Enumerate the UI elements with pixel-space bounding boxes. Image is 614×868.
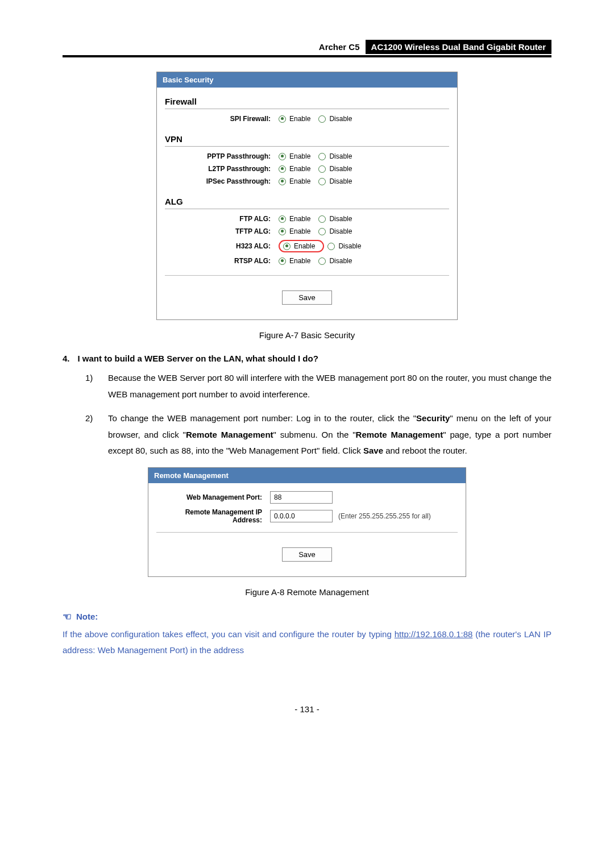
figure-caption-a7: Figure A-7 Basic Security bbox=[63, 330, 551, 340]
radio-ipsec-disable[interactable] bbox=[318, 178, 326, 185]
radio-rtsp-disable[interactable] bbox=[318, 258, 326, 265]
row-ftp-alg: FTP ALG: Enable Disable bbox=[165, 213, 449, 225]
row-ipsec: IPSec Passthrough: Enable Disable bbox=[165, 175, 449, 188]
pointing-hand-icon: ☞ bbox=[63, 610, 72, 623]
radio-label-enable: Enable bbox=[289, 115, 310, 123]
figure-caption-a8: Figure A-8 Remote Management bbox=[63, 587, 551, 597]
note-label: Note: bbox=[76, 612, 98, 621]
remote-ip-input[interactable] bbox=[270, 510, 333, 522]
remote-management-panel: Remote Management Web Management Port: R… bbox=[148, 467, 466, 577]
section-vpn: VPN bbox=[165, 134, 449, 147]
page-number: - 131 - bbox=[63, 704, 551, 714]
radio-l2tp-enable[interactable] bbox=[279, 165, 286, 173]
radio-label-disable: Disable bbox=[329, 115, 352, 123]
router-url-link[interactable]: http://192.168.0.1:88 bbox=[395, 629, 473, 639]
radio-rtsp-enable[interactable] bbox=[279, 258, 286, 265]
row-rtsp-alg: RTSP ALG: Enable Disable bbox=[165, 255, 449, 267]
section-alg: ALG bbox=[165, 197, 449, 209]
product-label: AC1200 Wireless Dual Band Gigabit Router bbox=[366, 40, 551, 54]
radio-spi-disable[interactable] bbox=[318, 115, 326, 123]
web-port-input[interactable] bbox=[270, 491, 333, 504]
radio-pptp-disable[interactable] bbox=[318, 153, 326, 160]
model-label: Archer C5 bbox=[313, 40, 366, 54]
radio-ftp-enable[interactable] bbox=[279, 215, 286, 223]
question-text: I want to build a WEB Server on the LAN,… bbox=[78, 354, 318, 363]
radio-l2tp-disable[interactable] bbox=[318, 165, 326, 173]
row-h323-alg: H323 ALG: Enable Disable bbox=[165, 238, 449, 255]
radio-tftp-enable[interactable] bbox=[279, 228, 286, 235]
radio-ftp-disable[interactable] bbox=[318, 215, 326, 223]
radio-pptp-enable[interactable] bbox=[279, 153, 286, 160]
question-number: 4. bbox=[63, 354, 70, 363]
row-l2tp: L2TP Passthrough: Enable Disable bbox=[165, 163, 449, 175]
radio-h323-disable[interactable] bbox=[327, 243, 335, 250]
radio-ipsec-enable[interactable] bbox=[279, 178, 286, 185]
row-remote-ip: Remote Management IP Address: (Enter 255… bbox=[156, 506, 458, 526]
panel-title-remote: Remote Management bbox=[148, 468, 466, 483]
row-tftp-alg: TFTP ALG: Enable Disable bbox=[165, 225, 449, 238]
section-firewall: Firewall bbox=[165, 97, 449, 109]
row-pptp: PPTP Passthrough: Enable Disable bbox=[165, 150, 449, 163]
question-4: 4. I want to build a WEB Server on the L… bbox=[63, 354, 551, 363]
highlight-ring: Enable bbox=[279, 240, 324, 252]
row-web-port: Web Management Port: bbox=[156, 489, 458, 506]
ip-hint: (Enter 255.255.255.255 for all) bbox=[338, 512, 431, 520]
step-2: 2) To change the WEB management port num… bbox=[85, 410, 551, 459]
row-spi-firewall: SPI Firewall: Enable Disable bbox=[165, 113, 449, 125]
panel-title: Basic Security bbox=[157, 72, 457, 88]
page-header: Archer C5 AC1200 Wireless Dual Band Giga… bbox=[63, 40, 551, 57]
label-spi-firewall: SPI Firewall: bbox=[165, 115, 279, 123]
save-button[interactable]: Save bbox=[282, 290, 332, 305]
basic-security-panel: Basic Security Firewall SPI Firewall: En… bbox=[156, 72, 458, 320]
radio-tftp-disable[interactable] bbox=[318, 228, 326, 235]
radio-h323-enable[interactable] bbox=[283, 243, 291, 250]
step-1: 1) Because the WEB Server port 80 will i… bbox=[85, 370, 551, 402]
note-body: If the above configuration takes effect,… bbox=[63, 626, 551, 659]
radio-spi-enable[interactable] bbox=[279, 115, 286, 123]
note-header: ☞ Note: bbox=[63, 610, 551, 623]
save-button-remote[interactable]: Save bbox=[282, 547, 332, 562]
